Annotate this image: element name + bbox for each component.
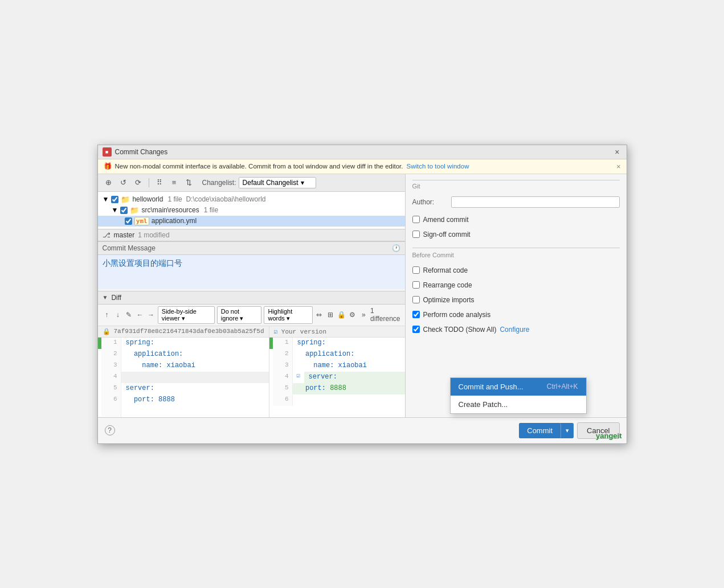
right-num-6: 6 (273, 394, 293, 406)
rearrange-label: Rearrange code (423, 281, 472, 289)
signoff-checkbox[interactable] (412, 231, 420, 238)
left-num-2: 2 (101, 349, 121, 360)
diff-section: ▼ Diff ↑ ↓ ✎ ← → Side-by-side viewer ▾ D… (98, 291, 405, 417)
titlebar: ■ Commit Changes × (98, 145, 627, 159)
commit-message-input[interactable]: 小黑设置项目的端口号 (98, 254, 405, 289)
right-content-2: application: (293, 349, 405, 360)
yml-name: application.yml (152, 217, 197, 225)
tree-item-helloworld[interactable]: ▼ 📁 helloworld 1 file D:\code\xiaobai\he… (98, 194, 405, 205)
ignore-label: Do not ignore (221, 308, 239, 322)
create-patch-label: Create Patch... (459, 400, 508, 409)
info-bar: 🎁 New non-modal commit interface is avai… (98, 159, 627, 174)
diff-edit-button[interactable]: ✎ (124, 309, 133, 321)
diff-right-line-6: 6 (269, 394, 405, 406)
ignore-dropdown[interactable]: Do not ignore ▾ (217, 306, 262, 324)
create-patch-item[interactable]: Create Patch... (451, 396, 586, 413)
reformat-checkbox[interactable] (412, 266, 420, 274)
check-todo-checkbox[interactable] (412, 326, 420, 333)
branch-name: master (114, 231, 135, 239)
right-num-1: 1 (273, 338, 293, 349)
close-button[interactable]: × (612, 147, 621, 157)
changelist-label: Changelist: (202, 179, 236, 187)
configure-link[interactable]: Configure (500, 326, 529, 334)
file-tree: ▼ 📁 helloworld 1 file D:\code\xiaobai\he… (98, 192, 405, 229)
tree-item-application-yml[interactable]: yml application.yml (98, 216, 405, 227)
diff-left-lines: 1 spring: 2 application: 3 (98, 338, 269, 417)
author-input[interactable] (451, 196, 620, 208)
brand-label: yangeit (596, 431, 622, 440)
viewer-dropdown[interactable]: Side-by-side viewer ▾ (158, 306, 215, 324)
diff-next-button[interactable]: ↓ (113, 309, 122, 321)
author-label: Author: (412, 198, 447, 206)
diff-lock-button[interactable]: 🔒 (337, 309, 346, 321)
commit-message-label: Commit Message (103, 244, 156, 252)
right-content-5: port: 8888 (293, 383, 405, 394)
optimize-checkbox[interactable] (412, 296, 420, 303)
left-content-1: spring: (121, 338, 269, 349)
left-num-7 (101, 406, 121, 417)
left-content-4 (121, 372, 269, 383)
group-button[interactable]: ⠿ (153, 176, 166, 189)
left-content-3: name: xiaobai (121, 360, 269, 372)
commit-button[interactable]: Commit (519, 423, 561, 438)
perform-checkbox[interactable] (412, 311, 420, 318)
diff-right-line-4: 4 ☑ server: (269, 372, 405, 383)
commit-arrow-button[interactable]: ▾ (561, 423, 574, 438)
commit-message-header: Commit Message 🕐 (98, 241, 405, 254)
src-checkbox[interactable] (120, 207, 128, 214)
diff-title: Diff (111, 294, 121, 302)
sort-asc-button[interactable]: ≡ (168, 176, 181, 189)
tree-arrow: ▼ (103, 195, 109, 203)
diff-more-button[interactable]: » (359, 309, 368, 321)
commit-message-section: Commit Message 🕐 小黑设置项目的端口号 (98, 241, 405, 291)
diff-forward-button[interactable]: → (146, 309, 155, 321)
right-checkbox-4[interactable]: ☑ (293, 372, 304, 383)
tree-item-src[interactable]: ▼ 📁 src\main\resources 1 file (98, 205, 405, 216)
commit-and-push-item[interactable]: Commit and Push... Ctrl+Alt+K (451, 378, 586, 396)
right-num-5: 5 (273, 383, 293, 394)
src-arrow: ▼ (112, 206, 118, 214)
left-num-4: 4 (101, 372, 121, 383)
diff-settings-button[interactable]: ⚙ (348, 309, 357, 321)
gift-icon: 🎁 (104, 162, 112, 170)
undo-button[interactable]: ↺ (117, 176, 130, 189)
commit-dialog: ■ Commit Changes × 🎁 New non-modal commi… (97, 145, 627, 444)
before-commit-title: Before Commit (412, 248, 620, 258)
diff-left-line-3: 3 name: xiaobai (98, 360, 269, 372)
amend-checkbox[interactable] (412, 216, 420, 223)
diff-right-panel: ☑ Your version 1 spring: 2 (269, 326, 405, 417)
branch-bar: ⎇ master 1 modified (98, 229, 405, 241)
commit-button-group: Commit ▾ (519, 423, 574, 438)
refresh-button[interactable]: ⟳ (132, 176, 145, 189)
perform-label: Perform code analysis (423, 311, 491, 319)
helloworld-name: helloworld (132, 195, 163, 203)
highlight-label: Highlight words (268, 308, 292, 322)
diff-header: ▼ Diff (98, 291, 405, 305)
left-num-6: 6 (101, 394, 121, 406)
rearrange-checkbox[interactable] (412, 281, 420, 289)
diff-left-line-5: 5 server: (98, 383, 269, 394)
viewer-label: Side-by-side viewer (162, 308, 197, 322)
signoff-row: Sign-off commit (412, 231, 620, 239)
check-todo-row: Check TODO (Show All) Configure (412, 326, 620, 334)
diff-right-line-2: 2 application: (269, 349, 405, 360)
left-content-2: application: (121, 349, 269, 360)
helloworld-checkbox[interactable] (111, 196, 118, 203)
switch-to-tool-window-link[interactable]: Switch to tool window (407, 163, 469, 170)
yml-icon: yml (134, 217, 149, 225)
sort-desc-button[interactable]: ⇅ (183, 176, 195, 189)
diff-grid-button[interactable]: ⊞ (326, 309, 334, 321)
highlight-dropdown[interactable]: Highlight words ▾ (264, 306, 312, 324)
pin-button[interactable]: ⊕ (103, 176, 115, 189)
check-todo-label: Check TODO (Show All) (423, 326, 497, 334)
diff-sync-button[interactable]: ⇔ (315, 309, 324, 321)
right-num-3: 3 (273, 360, 293, 372)
yml-checkbox[interactable] (125, 217, 132, 225)
signoff-label: Sign-off commit (423, 231, 471, 239)
diff-back-button[interactable]: ← (136, 309, 144, 321)
info-close-button[interactable]: × (616, 162, 621, 171)
help-button[interactable]: ? (105, 425, 115, 435)
changelist-dropdown[interactable]: Default Changelist ▾ (239, 177, 316, 188)
diff-prev-button[interactable]: ↑ (103, 309, 111, 321)
diff-collapse-icon[interactable]: ▼ (103, 294, 108, 301)
